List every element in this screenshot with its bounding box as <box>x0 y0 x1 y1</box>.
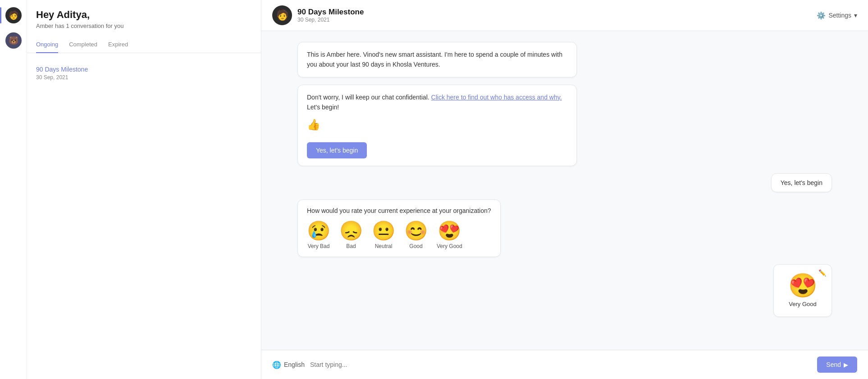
send-button[interactable]: Send ▶ <box>817 356 857 373</box>
sidebar-conversation-list: 90 Days Milestone 30 Sep, 2021 <box>27 53 261 93</box>
good-emoji: 😊 <box>404 221 428 240</box>
response-card: ✏️ 😍 Very Good <box>773 264 832 317</box>
selected-emoji: 😍 <box>788 274 818 297</box>
sidebar: Hey Aditya, Amber has 1 conversation for… <box>27 0 261 379</box>
conversation-title: 90 Days Milestone <box>36 66 252 73</box>
chat-header: 🧑 90 Days Milestone 30 Sep, 2021 ⚙️ Sett… <box>261 0 868 31</box>
rating-question: How would you rate your current experien… <box>307 207 491 214</box>
bot-text-2-post: Let's begin! <box>307 104 339 111</box>
rating-good[interactable]: 😊 Good <box>404 221 428 249</box>
tab-expired[interactable]: Expired <box>108 36 128 53</box>
access-link[interactable]: Click here to find out who has access an… <box>431 94 562 101</box>
sidebar-tabs: Ongoing Completed Expired <box>27 36 261 53</box>
very-bad-label: Very Bad <box>308 243 330 249</box>
rating-bubble: How would you rate your current experien… <box>297 199 501 257</box>
chat-messages: This is Amber here. Vinod's new smart as… <box>261 31 868 350</box>
globe-icon: 🌐 <box>272 361 281 369</box>
chat-header-left: 🧑 90 Days Milestone 30 Sep, 2021 <box>272 5 364 25</box>
user-message-1: Yes, let's begin <box>297 173 832 192</box>
bad-label: Bad <box>346 243 356 249</box>
chat-header-info: 90 Days Milestone 30 Sep, 2021 <box>297 8 364 23</box>
tab-ongoing[interactable]: Ongoing <box>36 36 58 53</box>
settings-label: Settings <box>828 12 851 19</box>
bot-text-2-pre: Don't worry, I will keep our chat confid… <box>307 94 429 101</box>
icon-bar: 🧑 🐻 <box>0 0 27 379</box>
send-label: Send <box>826 361 841 368</box>
response-card-wrapper: ✏️ 😍 Very Good <box>297 264 832 317</box>
bot-avatar-icon[interactable]: 🐻 <box>5 32 22 49</box>
rating-very-good[interactable]: 😍 Very Good <box>437 221 462 249</box>
rating-neutral[interactable]: 😐 Neutral <box>372 221 395 249</box>
very-bad-emoji: 😢 <box>307 221 330 240</box>
chevron-down-icon: ▾ <box>854 12 857 19</box>
very-good-label: Very Good <box>437 243 462 249</box>
rating-bad[interactable]: 😞 Bad <box>339 221 363 249</box>
user-avatar-icon[interactable]: 🧑 <box>5 7 22 23</box>
neutral-label: Neutral <box>375 243 393 249</box>
settings-button[interactable]: ⚙️ Settings ▾ <box>817 11 857 20</box>
sidebar-header: Hey Aditya, Amber has 1 conversation for… <box>27 9 261 36</box>
thumbs-up-emoji: 👍 <box>307 116 567 133</box>
conversation-date: 30 Sep, 2021 <box>36 74 252 81</box>
gear-icon: ⚙️ <box>817 11 826 20</box>
rating-options: 😢 Very Bad 😞 Bad 😐 Neutral 😊 Good <box>307 221 491 249</box>
very-good-emoji: 😍 <box>438 221 461 240</box>
chat-title: 90 Days Milestone <box>297 8 364 17</box>
good-label: Good <box>409 243 422 249</box>
neutral-emoji: 😐 <box>372 221 395 240</box>
main-chat-area: 🧑 90 Days Milestone 30 Sep, 2021 ⚙️ Sett… <box>261 0 868 379</box>
bot-text-1: This is Amber here. Vinod's new smart as… <box>307 51 562 68</box>
chat-input-bar: 🌐 English Send ▶ <box>261 350 868 379</box>
chat-input-field[interactable] <box>310 361 812 368</box>
bot-bubble-1: This is Amber here. Vinod's new smart as… <box>297 42 577 77</box>
sidebar-subtitle: Amber has 1 conversation for you <box>36 23 252 29</box>
user-bubble-1: Yes, let's begin <box>771 173 832 192</box>
rating-very-bad[interactable]: 😢 Very Bad <box>307 221 330 249</box>
language-label: English <box>284 361 305 368</box>
chat-avatar: 🧑 <box>272 5 292 25</box>
bot-bubble-2: Don't worry, I will keep our chat confid… <box>297 85 577 166</box>
tab-completed[interactable]: Completed <box>69 36 97 53</box>
edit-icon[interactable]: ✏️ <box>818 269 826 276</box>
bot-rating-message: How would you rate your current experien… <box>297 199 832 257</box>
sidebar-greeting: Hey Aditya, <box>36 9 252 21</box>
chat-date: 30 Sep, 2021 <box>297 17 364 23</box>
send-arrow-icon: ▶ <box>844 361 848 368</box>
list-item[interactable]: 90 Days Milestone 30 Sep, 2021 <box>27 60 261 86</box>
bot-message-1: This is Amber here. Vinod's new smart as… <box>297 42 832 77</box>
language-selector[interactable]: 🌐 English <box>272 361 305 369</box>
selected-label: Very Good <box>789 301 816 307</box>
bad-emoji: 😞 <box>339 221 363 240</box>
bot-message-2: Don't worry, I will keep our chat confid… <box>297 85 832 166</box>
yes-lets-begin-button[interactable]: Yes, let's begin <box>307 142 367 158</box>
